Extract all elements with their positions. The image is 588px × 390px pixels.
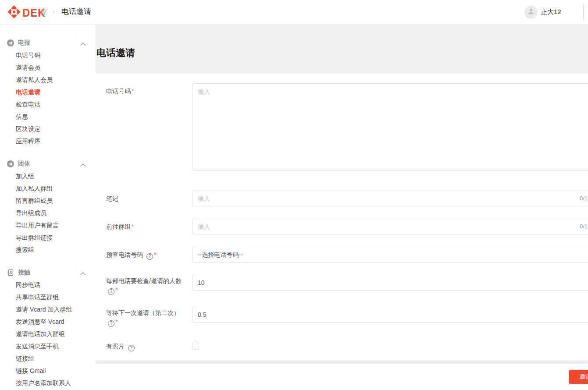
sidebar-item-send-message-to-vcard[interactable]: 发送消息至 Vcard	[0, 316, 96, 328]
top-header: DEK 家 › 电话邀请 正大12	[0, 0, 588, 25]
sidebar-item-join-private-group[interactable]: 加入私人群组	[0, 182, 96, 195]
has-photo-label: 有照片 ?	[106, 342, 189, 351]
sidebar-item-sync-phone[interactable]: 同步电话	[0, 279, 96, 291]
required-asterisk: *	[115, 318, 118, 325]
note-char-counter: 0/1	[580, 191, 588, 206]
header-divider	[583, 5, 584, 20]
sidebar-item-link-group[interactable]: 链接组	[0, 352, 96, 365]
per-phone-count-label: 每部电话要检查/邀请的人数 ?*	[106, 277, 189, 295]
sidebar-item-invite-phone-to-group[interactable]: 邀请电话加入群组	[0, 328, 96, 340]
main-content: 电话邀请 电话号码* 输入 笔记 输入 0/1 前往群组* 输入 0/1	[96, 25, 588, 390]
has-photo-checkbox[interactable]	[192, 343, 199, 350]
telegram-icon	[7, 160, 14, 167]
user-avatar[interactable]	[524, 6, 538, 19]
tick-icon: ˈ	[75, 159, 76, 163]
page-title: 电话邀请	[96, 46, 135, 60]
note-input[interactable]: 输入	[192, 191, 588, 206]
user-name[interactable]: 正大12	[541, 8, 561, 16]
help-icon[interactable]: ?	[108, 288, 114, 295]
help-icon[interactable]: ?	[146, 253, 153, 260]
target-group-char-counter: 0/1	[580, 219, 588, 234]
sidebar-item-search-groups[interactable]: 搜索组	[0, 244, 96, 256]
chevron-up-icon[interactable]	[80, 161, 86, 169]
wait-next-invite-input[interactable]: 0.5	[192, 307, 588, 323]
logo-diamond-icon	[7, 4, 21, 21]
sidebar-section-label: 电报	[18, 39, 30, 47]
invite-button[interactable]: 邀请	[569, 370, 588, 384]
wait-next-invite-label: 等待下一次邀请（第二次） ?*	[106, 308, 189, 327]
sidebar-item-export-group-members[interactable]: 导出组成员	[0, 207, 96, 219]
sidebar-nav: 电报 ˈ 电话号码 邀请会员 邀请私人会员 电话邀请 检查电话 信息 区块设定 …	[0, 25, 96, 390]
sidebar-section-contacts[interactable]: 接触 ˈ	[0, 266, 96, 279]
note-label: 笔记	[106, 191, 189, 206]
target-group-label: 前往群组*	[106, 219, 189, 234]
sidebar-item-join-group[interactable]: 加入组	[0, 170, 96, 182]
phone-numbers-label: 电话号码*	[106, 87, 189, 96]
person-icon	[527, 7, 535, 17]
sidebar-item-check-phone[interactable]: 检查电话	[0, 98, 96, 110]
sidebar-item-export-group-links[interactable]: 导出群组链接	[0, 231, 96, 244]
sidebar-item-invite-private-members[interactable]: 邀请私人会员	[0, 74, 96, 86]
sidebar-item-phone-numbers[interactable]: 电话号码	[0, 49, 96, 61]
sidebar-section-label: 接触	[18, 269, 30, 277]
breadcrumb-separator-icon: ›	[53, 7, 55, 15]
chevron-up-icon[interactable]	[80, 40, 86, 48]
sidebar-item-add-contact-by-username[interactable]: 按用户名添加联系人	[0, 377, 96, 389]
sidebar-item-share-phone-to-group[interactable]: 共享电话至群组	[0, 291, 96, 303]
required-asterisk: *	[154, 251, 156, 258]
textarea-placeholder: 输入	[198, 88, 210, 95]
precheck-phone-select[interactable]: --选择电话号码--	[192, 247, 588, 262]
sidebar-section-telegram[interactable]: 电报 ˈ	[0, 37, 96, 49]
sidebar-item-message-group-members[interactable]: 留言群组成员	[0, 195, 96, 207]
required-asterisk: *	[132, 223, 134, 230]
sidebar-item-link-gmail[interactable]: 链接 Gmail	[0, 365, 96, 377]
target-group-input[interactable]: 输入	[192, 219, 588, 234]
required-asterisk: *	[132, 88, 134, 95]
per-phone-count-input[interactable]: 10	[192, 275, 588, 291]
breadcrumb-current: 电话邀请	[61, 7, 91, 17]
sidebar-item-applications[interactable]: 应用程序	[0, 135, 96, 147]
action-footer: 邀请	[96, 364, 588, 390]
sidebar-item-send-message-to-phone[interactable]: 发送消息至手机	[0, 340, 96, 352]
help-icon[interactable]: ?	[108, 320, 114, 327]
sidebar-item-invite-members[interactable]: 邀请会员	[0, 61, 96, 74]
sidebar-item-export-users-with-messages[interactable]: 导出用户有留言	[0, 219, 96, 231]
sidebar-item-invite-vcard-to-group[interactable]: 邀请 Vcard 加入群组	[0, 303, 96, 316]
sidebar-section-label: 团体	[18, 160, 30, 168]
telegram-icon	[7, 39, 14, 46]
form-card: 电话号码* 输入 笔记 输入 0/1 前往群组* 输入 0/1 预查电话号码 ?…	[96, 74, 588, 360]
tick-icon: ˈ	[75, 38, 76, 43]
sidebar-item-info[interactable]: 信息	[0, 110, 96, 123]
app-window: DEK 家 › 电话邀请 正大12 电报 ˈ	[0, 0, 588, 390]
required-asterisk: *	[115, 286, 118, 293]
breadcrumb-home[interactable]: 家	[40, 7, 48, 17]
phone-numbers-textarea[interactable]: 输入	[192, 83, 588, 171]
tick-icon: ˈ	[75, 267, 76, 272]
sidebar-item-phone-invite[interactable]: 电话邀请	[0, 86, 96, 98]
contacts-icon	[7, 269, 14, 276]
precheck-phone-label: 预查电话号码 ?*	[106, 247, 189, 262]
chevron-up-icon[interactable]	[80, 269, 86, 277]
sidebar-section-groups[interactable]: 团体 ˈ	[0, 158, 96, 170]
sidebar-item-block-settings[interactable]: 区块设定	[0, 123, 96, 135]
help-icon[interactable]: ?	[128, 345, 135, 351]
